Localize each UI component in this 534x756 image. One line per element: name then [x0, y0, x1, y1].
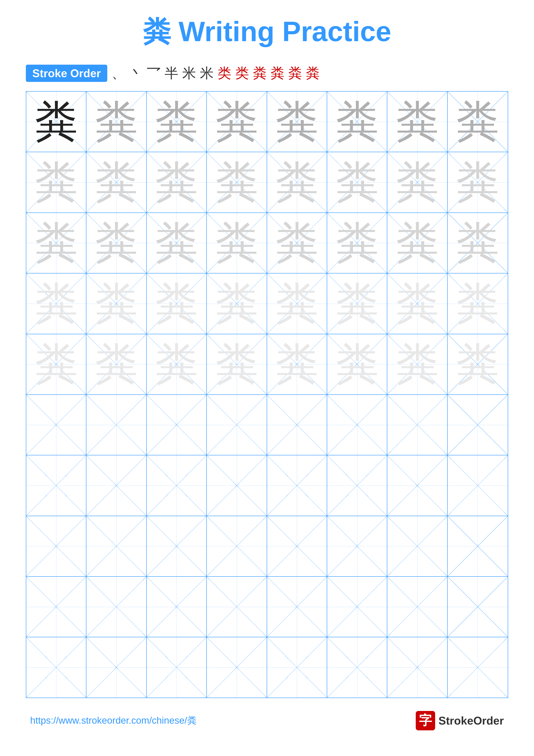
grid-cell-7-4[interactable]	[207, 455, 267, 516]
grid-cell-5-6[interactable]: 粪	[327, 334, 387, 394]
grid-cell-8-8[interactable]	[447, 516, 508, 576]
grid-cell-2-8[interactable]: 粪	[447, 152, 508, 212]
grid-cell-9-3[interactable]	[147, 577, 207, 637]
cell-diag	[447, 577, 508, 637]
grid-cell-7-7[interactable]	[387, 455, 447, 516]
cell-diag	[267, 637, 327, 697]
grid-cell-3-6[interactable]: 粪	[327, 213, 387, 273]
grid-cell-5-2[interactable]: 粪	[87, 334, 146, 394]
cell-diag	[26, 516, 86, 576]
grid-cell-2-6[interactable]: 粪	[327, 152, 387, 212]
cell-diag	[267, 455, 327, 516]
practice-char: 粪	[95, 153, 138, 211]
grid-cell-4-7[interactable]: 粪	[387, 274, 447, 334]
grid-cell-1-7[interactable]: 粪	[387, 92, 447, 152]
grid-cell-8-2[interactable]	[87, 516, 146, 576]
cell-diag	[267, 395, 327, 455]
grid-cell-1-1[interactable]: 粪	[26, 92, 87, 152]
practice-char: 粪	[275, 93, 318, 151]
grid-cell-8-6[interactable]	[327, 516, 387, 576]
grid-cell-1-3[interactable]: 粪	[147, 92, 207, 152]
grid-cell-10-7[interactable]	[387, 637, 447, 697]
practice-char: 粪	[35, 335, 78, 393]
grid-cell-6-4[interactable]	[207, 395, 267, 455]
stroke-order-row: Stroke Order 、 丶 乛 半 米 米 类 类 粪 粪 粪 粪	[26, 64, 508, 83]
practice-char: 粪	[336, 335, 379, 393]
grid-cell-8-5[interactable]	[267, 516, 327, 576]
grid-cell-5-1[interactable]: 粪	[26, 334, 87, 394]
cell-diag	[147, 577, 206, 637]
grid-cell-9-2[interactable]	[87, 577, 146, 637]
grid-cell-4-8[interactable]: 粪	[447, 274, 508, 334]
grid-cell-6-6[interactable]	[327, 395, 387, 455]
grid-row-4: 粪 粪 粪 粪 粪 粪 粪	[26, 274, 508, 334]
grid-cell-4-2[interactable]: 粪	[87, 274, 146, 334]
practice-char: 粪	[155, 93, 198, 151]
cell-diag	[447, 637, 508, 697]
grid-cell-5-5[interactable]: 粪	[267, 334, 327, 394]
grid-cell-8-4[interactable]	[207, 516, 267, 576]
grid-cell-7-2[interactable]	[87, 455, 146, 516]
grid-cell-2-5[interactable]: 粪	[267, 152, 327, 212]
grid-cell-10-5[interactable]	[267, 637, 327, 697]
grid-cell-2-2[interactable]: 粪	[87, 152, 146, 212]
grid-cell-9-1[interactable]	[26, 577, 87, 637]
grid-cell-7-6[interactable]	[327, 455, 387, 516]
grid-cell-4-1[interactable]: 粪	[26, 274, 87, 334]
grid-cell-9-5[interactable]	[267, 577, 327, 637]
grid-cell-8-3[interactable]	[147, 516, 207, 576]
grid-cell-6-1[interactable]	[26, 395, 87, 455]
grid-cell-3-8[interactable]: 粪	[447, 213, 508, 273]
grid-cell-10-1[interactable]	[26, 637, 87, 697]
grid-cell-3-7[interactable]: 粪	[387, 213, 447, 273]
grid-cell-2-7[interactable]: 粪	[387, 152, 447, 212]
grid-cell-10-6[interactable]	[327, 637, 387, 697]
grid-cell-1-5[interactable]: 粪	[267, 92, 327, 152]
grid-cell-4-3[interactable]: 粪	[147, 274, 207, 334]
grid-cell-7-5[interactable]	[267, 455, 327, 516]
grid-cell-9-6[interactable]	[327, 577, 387, 637]
grid-cell-6-3[interactable]	[147, 395, 207, 455]
grid-cell-3-2[interactable]: 粪	[87, 213, 146, 273]
grid-cell-8-1[interactable]	[26, 516, 87, 576]
grid-cell-5-4[interactable]: 粪	[207, 334, 267, 394]
grid-cell-5-3[interactable]: 粪	[147, 334, 207, 394]
grid-cell-6-5[interactable]	[267, 395, 327, 455]
grid-cell-6-7[interactable]	[387, 395, 447, 455]
grid-cell-3-1[interactable]: 粪	[26, 213, 87, 273]
grid-cell-2-1[interactable]: 粪	[26, 152, 87, 212]
grid-cell-1-8[interactable]: 粪	[447, 92, 508, 152]
grid-cell-5-8[interactable]: 粪	[447, 334, 508, 394]
grid-cell-8-7[interactable]	[387, 516, 447, 576]
practice-char: 粪	[336, 93, 379, 151]
grid-cell-3-4[interactable]: 粪	[207, 213, 267, 273]
grid-cell-9-7[interactable]	[387, 577, 447, 637]
grid-cell-7-8[interactable]	[447, 455, 508, 516]
grid-cell-5-7[interactable]: 粪	[387, 334, 447, 394]
grid-cell-1-6[interactable]: 粪	[327, 92, 387, 152]
grid-cell-7-3[interactable]	[147, 455, 207, 516]
grid-cell-10-3[interactable]	[147, 637, 207, 697]
grid-cell-10-8[interactable]	[447, 637, 508, 697]
grid-cell-10-2[interactable]	[87, 637, 146, 697]
grid-cell-1-2[interactable]: 粪	[87, 92, 146, 152]
grid-cell-2-4[interactable]: 粪	[207, 152, 267, 212]
footer-url[interactable]: https://www.strokeorder.com/chinese/粪	[30, 714, 197, 727]
practice-char: 粪	[215, 275, 258, 333]
grid-cell-6-2[interactable]	[87, 395, 146, 455]
grid-cell-10-4[interactable]	[207, 637, 267, 697]
grid-cell-4-5[interactable]: 粪	[267, 274, 327, 334]
practice-char: 粪	[396, 335, 439, 393]
grid-cell-4-6[interactable]: 粪	[327, 274, 387, 334]
grid-cell-9-8[interactable]	[447, 577, 508, 637]
grid-cell-1-4[interactable]: 粪	[207, 92, 267, 152]
practice-char: 粪	[35, 153, 78, 211]
grid-cell-3-3[interactable]: 粪	[147, 213, 207, 273]
grid-cell-4-4[interactable]: 粪	[207, 274, 267, 334]
grid-cell-6-8[interactable]	[447, 395, 508, 455]
grid-cell-9-4[interactable]	[207, 577, 267, 637]
cell-diag	[327, 516, 387, 576]
grid-cell-2-3[interactable]: 粪	[147, 152, 207, 212]
grid-cell-7-1[interactable]	[26, 455, 87, 516]
grid-cell-3-5[interactable]: 粪	[267, 213, 327, 273]
